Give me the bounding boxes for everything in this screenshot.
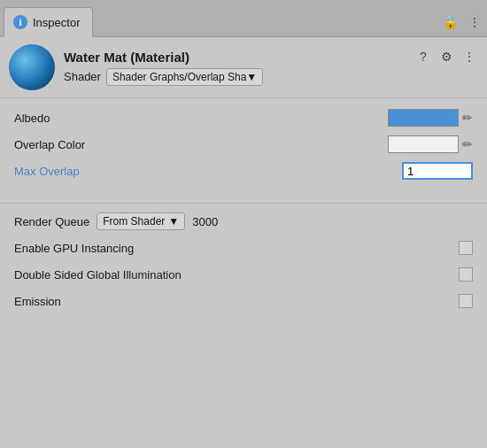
overlap-color-row: Overlap Color ✏	[14, 134, 473, 155]
material-name: Water Mat (Material)	[64, 50, 406, 65]
material-info: Water Mat (Material) Shader Shader Graph…	[64, 50, 406, 86]
tab-title: Inspector	[33, 16, 80, 29]
emission-checkbox[interactable]	[459, 294, 473, 308]
material-header-icons: ? ⚙ ⋮	[414, 44, 478, 66]
material-header: Water Mat (Material) Shader Shader Graph…	[0, 37, 487, 98]
gpu-instancing-checkbox[interactable]	[459, 241, 473, 255]
render-queue-dropdown[interactable]: From Shader ▼	[97, 212, 185, 230]
lock-icon[interactable]: 🔒	[441, 13, 459, 31]
inspector-icon: i	[13, 15, 27, 29]
emission-row: Emission	[14, 290, 473, 312]
gpu-instancing-label: Enable GPU Instancing	[14, 242, 134, 255]
render-queue-row: Render Queue From Shader ▼ 3000	[14, 211, 473, 232]
divider	[0, 203, 487, 204]
double-sided-label: Double Sided Global Illumination	[14, 268, 182, 282]
max-overlap-label: Max Overlap	[14, 165, 402, 178]
help-icon[interactable]: ?	[414, 48, 432, 66]
double-sided-row: Double Sided Global Illumination	[14, 264, 473, 285]
shader-label: Shader	[64, 70, 101, 83]
render-queue-option: From Shader	[103, 215, 165, 228]
material-preview-sphere	[9, 44, 55, 90]
albedo-color-swatch[interactable]	[388, 109, 459, 127]
shader-row: Shader Shader Graphs/Overlap Sha▼	[64, 68, 406, 86]
presets-icon[interactable]: ⚙	[437, 48, 455, 66]
properties-area: Albedo ✏ Overlap Color ✏ Max Overlap	[0, 98, 487, 196]
max-overlap-row: Max Overlap	[14, 160, 473, 182]
material-menu-icon[interactable]: ⋮	[460, 48, 478, 66]
render-queue-dropdown-arrow: ▼	[168, 215, 179, 228]
overlap-color-eyedropper-icon[interactable]: ✏	[462, 137, 473, 151]
render-area: Render Queue From Shader ▼ 3000 Enable G…	[0, 211, 487, 326]
double-sided-checkbox[interactable]	[459, 267, 473, 282]
gpu-instancing-row: Enable GPU Instancing	[14, 237, 473, 259]
overlap-color-label: Overlap Color	[14, 138, 388, 151]
albedo-row: Albedo ✏	[14, 107, 473, 128]
tab-bar-actions: 🔒 ⋮	[441, 13, 483, 36]
overlap-color-swatch[interactable]	[388, 135, 459, 153]
max-overlap-input[interactable]	[402, 162, 473, 180]
albedo-eyedropper-icon[interactable]: ✏	[462, 111, 473, 125]
render-queue-label: Render Queue	[14, 215, 89, 228]
render-queue-value: 3000	[192, 215, 218, 228]
more-options-icon[interactable]: ⋮	[466, 13, 483, 31]
tab-bar: i Inspector 🔒 ⋮	[0, 0, 487, 37]
emission-label: Emission	[14, 295, 61, 308]
tab-inspector[interactable]: i Inspector	[4, 7, 93, 37]
shader-dropdown[interactable]: Shader Graphs/Overlap Sha▼	[106, 68, 263, 86]
albedo-label: Albedo	[14, 112, 388, 125]
shader-dropdown-value: Shader Graphs/Overlap Sha▼	[112, 71, 257, 83]
